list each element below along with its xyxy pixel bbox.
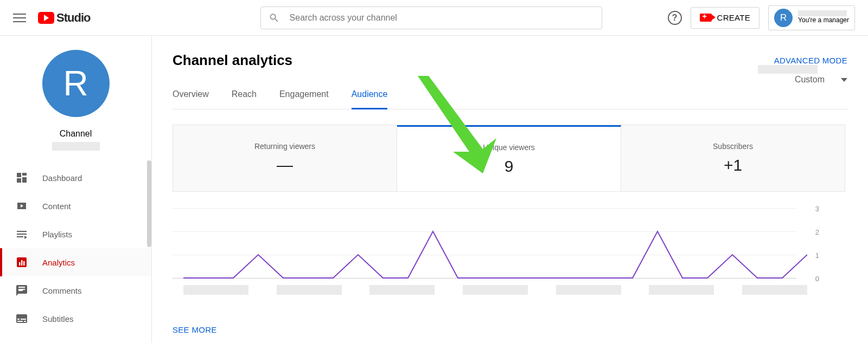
metric-unique-viewers[interactable]: Unique viewers 9 <box>397 125 621 191</box>
sidebar-item-label: Playlists <box>42 230 72 239</box>
channel-header: R Channel <box>0 36 151 160</box>
page-title: Channel analytics <box>173 52 292 69</box>
metric-cards: Returning viewers — Unique viewers 9 Sub… <box>173 125 845 192</box>
search-field[interactable] <box>260 7 602 29</box>
create-button[interactable]: + CREATE <box>691 7 760 29</box>
sidebar-item-playlists[interactable]: Playlists <box>0 220 151 248</box>
chart-xlabels <box>183 285 807 295</box>
metric-returning-viewers[interactable]: Returning viewers — <box>173 125 397 191</box>
sidebar-item-content[interactable]: Content <box>0 192 151 220</box>
account-name-redacted <box>798 10 847 16</box>
sidebar-item-label: Content <box>42 202 71 211</box>
period-selector[interactable]: Custom <box>795 75 847 85</box>
period-value-redacted <box>758 65 818 74</box>
camera-icon: + <box>700 14 712 22</box>
main-content: Channel analytics ADVANCED MODE Custom O… <box>152 36 868 343</box>
content-icon <box>15 199 28 212</box>
tab-engagement[interactable]: Engagement <box>279 89 329 109</box>
playlists-icon <box>15 228 28 241</box>
svg-rect-2 <box>21 260 23 266</box>
sidebar-item-label: Comments <box>42 286 82 295</box>
channel-label: Channel <box>60 129 92 139</box>
channel-name-redacted <box>52 142 100 151</box>
sidebar-item-label: Subtitles <box>42 314 74 323</box>
sidebar-item-label: Analytics <box>42 258 75 267</box>
account-role: You're a manager <box>798 16 849 25</box>
comments-icon <box>15 284 28 297</box>
search-icon <box>269 12 280 24</box>
ytick: 1 <box>815 251 819 260</box>
youtube-icon <box>38 12 54 24</box>
metric-value: +1 <box>724 156 742 174</box>
dashboard-icon <box>15 171 28 184</box>
help-icon[interactable]: ? <box>668 11 682 25</box>
chevron-down-icon <box>841 78 847 82</box>
analytics-icon <box>15 256 28 269</box>
ytick: 2 <box>815 228 819 236</box>
sidebar-scrollbar[interactable] <box>147 160 151 247</box>
menu-icon[interactable] <box>13 11 26 24</box>
metric-label: Unique viewers <box>483 143 535 152</box>
logo-text: Studio <box>56 11 90 25</box>
period-label: Custom <box>795 75 825 85</box>
header: Studio ? + CREATE R You're a manager <box>0 0 868 36</box>
line-chart: 3 2 1 0 <box>173 208 845 300</box>
chart-line <box>183 208 807 280</box>
svg-rect-1 <box>19 262 21 266</box>
sidebar-nav: Dashboard Content Playlists Analytics Co… <box>0 164 151 333</box>
tab-audience[interactable]: Audience <box>352 89 388 109</box>
sidebar-item-comments[interactable]: Comments <box>0 276 151 305</box>
sidebar-item-analytics[interactable]: Analytics <box>0 248 151 276</box>
see-more-link[interactable]: SEE MORE <box>173 325 217 334</box>
search-input[interactable] <box>290 13 594 23</box>
subtitles-icon <box>15 312 28 325</box>
metric-subscribers[interactable]: Subscribers +1 <box>621 125 845 191</box>
ytick: 3 <box>815 205 819 213</box>
tab-reach[interactable]: Reach <box>232 89 257 109</box>
sidebar: R Channel Dashboard Content Playlists An… <box>0 36 152 343</box>
tab-overview[interactable]: Overview <box>173 89 209 109</box>
metric-label: Subscribers <box>713 142 753 151</box>
svg-rect-3 <box>23 261 25 266</box>
advanced-mode-link[interactable]: ADVANCED MODE <box>774 56 847 65</box>
metric-value: — <box>277 156 293 174</box>
ytick: 0 <box>815 275 819 283</box>
metric-label: Returning viewers <box>254 142 315 151</box>
avatar: R <box>774 9 793 27</box>
sidebar-item-dashboard[interactable]: Dashboard <box>0 164 151 192</box>
sidebar-item-label: Dashboard <box>42 173 82 183</box>
sidebar-item-subtitles[interactable]: Subtitles <box>0 305 151 333</box>
metric-value: 9 <box>505 157 514 176</box>
studio-logo[interactable]: Studio <box>38 11 90 25</box>
channel-avatar[interactable]: R <box>42 50 110 117</box>
account-switcher[interactable]: R You're a manager <box>768 5 855 30</box>
analytics-tabs: Overview Reach Engagement Audience <box>173 89 847 109</box>
create-label: CREATE <box>717 13 751 22</box>
